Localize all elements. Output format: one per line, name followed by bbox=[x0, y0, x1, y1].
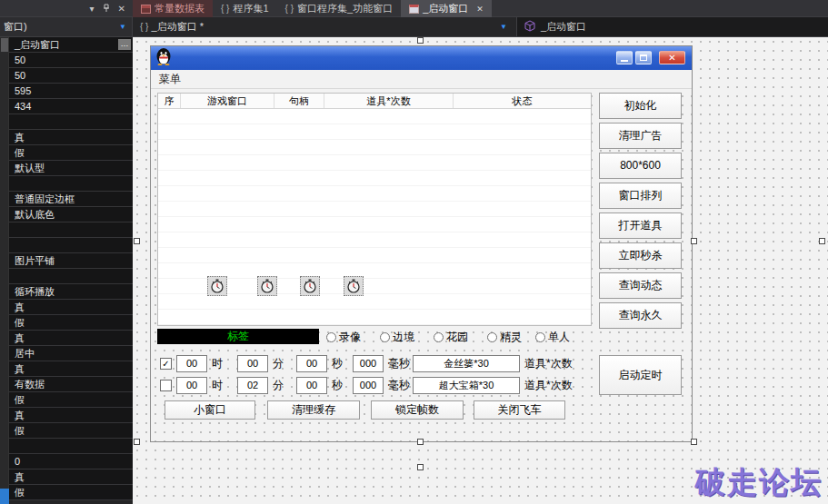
start-timer-button[interactable]: 启动定时 bbox=[599, 355, 682, 395]
property-row[interactable]: 假 bbox=[9, 145, 133, 161]
column-header[interactable]: 状态 bbox=[454, 94, 591, 108]
hour-unit-label: 时 bbox=[212, 377, 223, 394]
item-input[interactable]: 超大宝箱*30 bbox=[413, 377, 520, 394]
property-row[interactable]: 真 bbox=[9, 300, 133, 315]
small-window-button[interactable]: 小窗口 bbox=[165, 400, 255, 420]
resize-handle-bottom[interactable] bbox=[417, 439, 424, 445]
property-row[interactable] bbox=[9, 238, 133, 253]
hour-input[interactable]: 00 bbox=[176, 355, 207, 372]
radio-mode-single[interactable]: 单人 bbox=[535, 330, 570, 345]
open-items-button[interactable]: 打开道具 bbox=[599, 212, 682, 239]
property-row[interactable]: 真 bbox=[9, 408, 133, 423]
radio-mode-garden[interactable]: 花园 bbox=[434, 330, 468, 345]
minute-input[interactable]: 02 bbox=[237, 377, 268, 394]
property-row[interactable]: 默认型 bbox=[9, 161, 133, 176]
property-row[interactable] bbox=[9, 114, 133, 130]
property-row[interactable]: 假 bbox=[9, 485, 133, 500]
pin-icon[interactable] bbox=[102, 4, 111, 15]
property-row[interactable]: 50 bbox=[9, 68, 133, 84]
query-permanent-button[interactable]: 查询永久 bbox=[599, 302, 682, 329]
millisecond-input[interactable]: 000 bbox=[353, 355, 384, 372]
timer-row-checkbox[interactable] bbox=[160, 380, 172, 391]
property-row[interactable]: 假 bbox=[9, 423, 133, 439]
designed-form[interactable]: ✕ 菜单 序 游戏窗口 句柄 道具*次数 状态 初始化 清理广告 800* bbox=[150, 45, 693, 442]
property-row[interactable]: 434 bbox=[9, 99, 133, 114]
property-row[interactable]: 595 bbox=[9, 84, 133, 99]
clear-cache-button[interactable]: 清理缓存 bbox=[267, 400, 360, 420]
property-row[interactable]: 真 bbox=[9, 361, 133, 377]
second-input[interactable]: 00 bbox=[296, 377, 327, 394]
minimize-button[interactable] bbox=[616, 51, 633, 64]
init-button[interactable]: 初始化 bbox=[599, 93, 682, 119]
chevron-down-icon[interactable]: ▼ bbox=[500, 23, 507, 31]
property-row-name[interactable]: _启动窗口 … bbox=[9, 37, 133, 53]
property-row[interactable]: 50 bbox=[9, 53, 133, 68]
resize-handle-bottom-left[interactable] bbox=[134, 439, 140, 445]
resize-handle-right-outer[interactable] bbox=[819, 238, 825, 244]
property-row[interactable]: 居中 bbox=[9, 346, 133, 361]
form-titlebar[interactable]: ✕ bbox=[151, 46, 692, 70]
property-row[interactable]: 有数据 bbox=[9, 377, 133, 392]
designer-canvas[interactable]: ✕ 菜单 序 游戏窗口 句柄 道具*次数 状态 初始化 清理广告 800* bbox=[133, 37, 828, 504]
property-row[interactable]: 循环播放 bbox=[9, 284, 133, 300]
property-row[interactable]: 普通固定边框 bbox=[9, 192, 133, 207]
timer-component[interactable] bbox=[300, 276, 320, 296]
timer-component[interactable] bbox=[207, 276, 227, 296]
ellipsis-button[interactable]: … bbox=[118, 39, 131, 50]
property-row[interactable]: 假 bbox=[9, 392, 133, 408]
close-game-button[interactable]: 关闭飞车 bbox=[474, 400, 565, 420]
menu-item[interactable]: 菜单 bbox=[159, 72, 181, 87]
timer-component[interactable] bbox=[344, 276, 364, 296]
property-row[interactable]: 真 bbox=[9, 331, 133, 346]
radio-mode-border[interactable]: 边境 bbox=[380, 330, 414, 345]
instant-kill-button[interactable]: 立即秒杀 bbox=[599, 242, 682, 269]
hour-input[interactable]: 00 bbox=[176, 377, 207, 394]
clear-ads-button[interactable]: 清理广告 bbox=[599, 123, 682, 149]
close-button[interactable]: ✕ bbox=[659, 51, 685, 64]
property-row[interactable] bbox=[9, 222, 133, 238]
resize-handle-left[interactable] bbox=[134, 238, 140, 244]
property-row[interactable]: 0 bbox=[9, 454, 133, 469]
timer-row-checkbox[interactable]: ✓ bbox=[160, 358, 172, 370]
property-row[interactable]: 默认底色 bbox=[9, 207, 133, 222]
tab-close-icon[interactable]: ✕ bbox=[476, 5, 484, 14]
property-row[interactable]: 图片平铺 bbox=[9, 253, 133, 269]
resize-handle-bottom-right[interactable] bbox=[691, 439, 697, 445]
second-input[interactable]: 00 bbox=[296, 355, 327, 372]
tab-constants-table[interactable]: 常量数据表 bbox=[133, 0, 213, 17]
scrollbar-thumb[interactable] bbox=[0, 489, 9, 504]
property-row[interactable]: 假 bbox=[9, 315, 133, 331]
tab-startup-window[interactable]: _启动窗口 ✕ bbox=[401, 0, 492, 17]
column-header[interactable]: 游戏窗口 bbox=[181, 94, 274, 108]
property-row[interactable]: 真 bbox=[9, 469, 133, 485]
tab-window-assembly[interactable]: { } 窗口程序集_功能窗口 bbox=[277, 0, 402, 17]
property-row[interactable] bbox=[9, 439, 133, 454]
column-header[interactable]: 序 bbox=[158, 94, 181, 108]
radio-mode-sprite[interactable]: 精灵 bbox=[487, 330, 522, 345]
lock-fps-button[interactable]: 锁定帧数 bbox=[371, 400, 464, 420]
close-icon[interactable]: ✕ bbox=[118, 5, 125, 14]
breadcrumb[interactable]: { } _启动窗口 * ▼ bbox=[133, 17, 517, 37]
query-dynamic-button[interactable]: 查询动态 bbox=[599, 272, 682, 299]
chevron-down-icon[interactable]: ▾ bbox=[90, 5, 95, 14]
timer-component[interactable] bbox=[257, 276, 277, 296]
maximize-button[interactable] bbox=[635, 51, 652, 64]
millisecond-input[interactable]: 000 bbox=[353, 377, 384, 394]
column-header[interactable]: 道具*次数 bbox=[324, 94, 454, 108]
property-row[interactable] bbox=[9, 269, 133, 284]
resolution-button[interactable]: 800*600 bbox=[599, 153, 682, 179]
tab-assembly1[interactable]: { } 程序集1 bbox=[213, 0, 277, 17]
resize-handle-top[interactable] bbox=[417, 37, 424, 44]
minute-input[interactable]: 00 bbox=[237, 355, 268, 372]
radio-mode-recording[interactable]: 录像 bbox=[326, 330, 361, 345]
resize-handle-right[interactable] bbox=[691, 238, 697, 244]
chevron-down-icon[interactable]: ▼ bbox=[119, 23, 126, 31]
property-panel-gutter[interactable] bbox=[0, 37, 9, 504]
property-row[interactable] bbox=[9, 176, 133, 192]
arrange-windows-button[interactable]: 窗口排列 bbox=[599, 183, 682, 209]
resize-handle-bottom-outer[interactable] bbox=[417, 464, 424, 470]
property-row[interactable]: 真 bbox=[9, 130, 133, 145]
item-input[interactable]: 金丝篓*30 bbox=[413, 355, 520, 372]
column-header[interactable]: 句柄 bbox=[274, 94, 324, 108]
property-target-combo[interactable]: 窗口) ▼ bbox=[0, 17, 133, 37]
